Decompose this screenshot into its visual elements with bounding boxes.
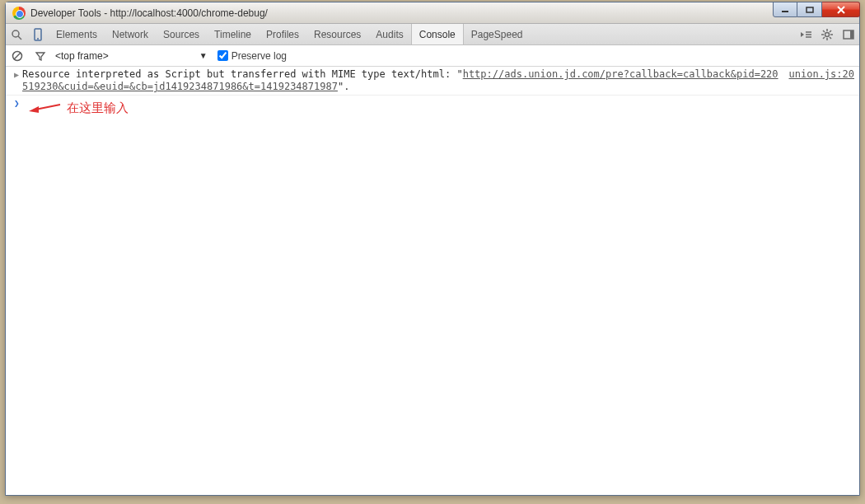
console-controlbar: <top frame> ▼ Preserve log <box>6 45 859 67</box>
preserve-log-checkbox[interactable] <box>217 50 228 61</box>
source-link[interactable]: union.js:20 <box>781 68 854 80</box>
tab-network[interactable]: Network <box>105 24 156 44</box>
drawer-toggle-icon[interactable] <box>795 24 816 45</box>
message-suffix: ". <box>338 81 349 92</box>
tab-timeline[interactable]: Timeline <box>207 24 259 44</box>
tab-elements[interactable]: Elements <box>49 24 105 44</box>
main-toolbar: Elements Network Sources Timeline Profil… <box>6 24 859 45</box>
tab-resources[interactable]: Resources <box>306 24 368 44</box>
preserve-log-label: Preserve log <box>231 50 287 62</box>
tab-audits[interactable]: Audits <box>368 24 410 44</box>
devtools-window: Developer Tools - http://localhost:4000/… <box>5 2 860 496</box>
tab-profiles[interactable]: Profiles <box>259 24 306 44</box>
console-message-text: Resource interpreted as Script but trans… <box>22 68 780 93</box>
frame-selector[interactable]: <top frame> ▼ <box>52 50 213 62</box>
chevron-down-icon: ▼ <box>199 51 208 60</box>
console-prompt-row: ❯ <box>6 96 859 110</box>
titlebar: Developer Tools - http://localhost:4000/… <box>6 2 859 24</box>
svg-rect-21 <box>850 30 853 39</box>
svg-rect-1 <box>807 7 813 12</box>
tab-label: Sources <box>163 29 199 40</box>
tab-pagespeed[interactable]: PageSpeed <box>464 24 531 44</box>
window-title: Developer Tools - http://localhost:4000/… <box>30 7 268 19</box>
tab-label: Resources <box>314 29 361 40</box>
prompt-caret-icon: ❯ <box>14 98 20 109</box>
tab-label: PageSpeed <box>471 29 523 40</box>
tab-label: Timeline <box>214 29 251 40</box>
maximize-button[interactable] <box>797 2 822 17</box>
console-input[interactable] <box>25 97 854 109</box>
message-prefix: Resource interpreted as Script but trans… <box>22 68 463 80</box>
toolbar-right <box>795 24 859 45</box>
svg-line-23 <box>14 53 21 59</box>
device-mode-icon[interactable] <box>27 24 49 45</box>
svg-line-17 <box>830 37 831 39</box>
tab-label: Console <box>419 29 456 40</box>
tab-sources[interactable]: Sources <box>156 24 207 44</box>
inspect-icon[interactable] <box>6 24 27 45</box>
svg-line-5 <box>18 36 21 40</box>
console-message-row: ▶ Resource interpreted as Script but tra… <box>6 67 859 96</box>
svg-line-19 <box>823 37 825 39</box>
close-icon <box>836 6 846 14</box>
minimize-icon <box>781 7 789 13</box>
preserve-log-toggle[interactable]: Preserve log <box>217 50 287 62</box>
close-button[interactable] <box>822 2 860 17</box>
svg-point-4 <box>12 30 19 37</box>
svg-point-11 <box>825 32 830 36</box>
maximize-icon <box>806 7 814 13</box>
tab-label: Network <box>112 29 148 40</box>
panel-tabs: Elements Network Sources Timeline Profil… <box>49 24 530 44</box>
svg-line-16 <box>823 30 825 32</box>
filter-icon[interactable] <box>29 45 52 67</box>
settings-gear-icon[interactable] <box>816 24 838 45</box>
tab-label: Audits <box>376 29 403 40</box>
window-controls <box>773 2 860 17</box>
dock-side-icon[interactable] <box>838 24 859 45</box>
minimize-button[interactable] <box>773 2 797 17</box>
tab-label: Profiles <box>266 29 299 40</box>
tab-label: Elements <box>56 29 97 40</box>
frame-selector-label: <top frame> <box>55 50 109 62</box>
clear-console-icon[interactable] <box>6 45 29 67</box>
svg-line-18 <box>830 30 831 32</box>
console-panel: ▶ Resource interpreted as Script but tra… <box>6 67 859 495</box>
chrome-icon <box>12 7 26 20</box>
expand-triangle-icon[interactable]: ▶ <box>14 68 19 82</box>
tab-console[interactable]: Console <box>411 24 464 44</box>
